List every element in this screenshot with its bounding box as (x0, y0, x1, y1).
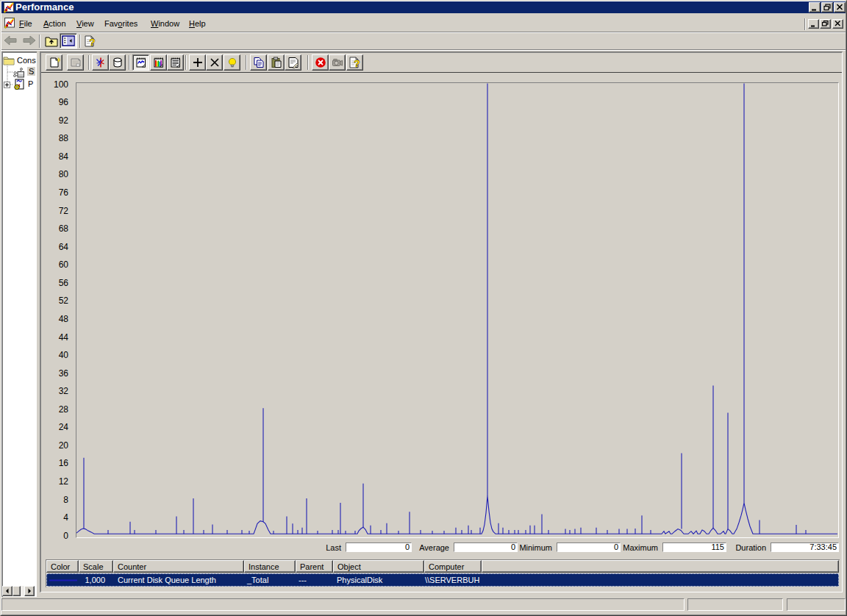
svg-text:?: ? (354, 58, 360, 69)
svg-text:?: ? (90, 36, 96, 47)
